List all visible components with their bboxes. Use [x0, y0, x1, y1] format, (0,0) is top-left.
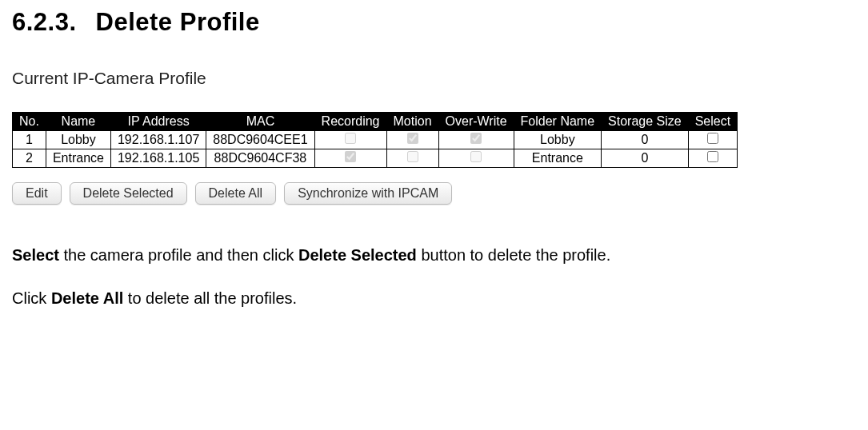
section-heading: 6.2.3.Delete Profile — [12, 8, 856, 37]
table-row: 2Entrance192.168.1.10588DC9604CF38Entran… — [13, 149, 738, 168]
recording-checkbox-cell — [314, 149, 386, 168]
col-overwrite: Over-Write — [438, 113, 514, 131]
cell-mac: 88DC9604CF38 — [206, 149, 314, 168]
instruction-2: Click Delete All to delete all the profi… — [12, 288, 856, 309]
col-folder: Folder Name — [514, 113, 601, 131]
cell-no: 2 — [13, 149, 46, 168]
col-ip: IP Address — [110, 113, 206, 131]
button-row: Edit Delete Selected Delete All Synchron… — [12, 182, 856, 205]
overwrite-checkbox — [470, 133, 482, 144]
col-name: Name — [46, 113, 110, 131]
cell-no: 1 — [13, 131, 46, 149]
profile-label: Current IP-Camera Profile — [12, 69, 856, 88]
col-select: Select — [688, 113, 737, 131]
instruction-2-t1: Click — [12, 289, 51, 307]
select-checkbox[interactable] — [707, 133, 718, 144]
motion-checkbox — [407, 133, 418, 144]
cell-storage: 0 — [602, 149, 689, 168]
cell-name: Lobby — [46, 131, 110, 149]
motion-checkbox — [407, 151, 418, 162]
select-checkbox[interactable] — [707, 151, 718, 162]
overwrite-checkbox-cell — [438, 131, 514, 149]
table-header-row: No. Name IP Address MAC Recording Motion… — [13, 113, 738, 131]
col-no: No. — [13, 113, 46, 131]
cell-storage: 0 — [602, 131, 689, 149]
instruction-1-b1: Select — [12, 246, 59, 264]
col-storage: Storage Size — [602, 113, 689, 131]
overwrite-checkbox — [470, 151, 482, 162]
select-checkbox-cell — [688, 149, 737, 168]
cell-folder: Lobby — [514, 131, 601, 149]
section-title: Delete Profile — [96, 8, 260, 36]
section-number: 6.2.3. — [12, 8, 77, 37]
delete-selected-button[interactable]: Delete Selected — [70, 182, 187, 205]
motion-checkbox-cell — [386, 149, 438, 168]
recording-checkbox — [345, 151, 356, 162]
recording-checkbox-cell — [314, 131, 386, 149]
cell-mac: 88DC9604CEE1 — [206, 131, 314, 149]
overwrite-checkbox-cell — [438, 149, 514, 168]
col-motion: Motion — [386, 113, 438, 131]
sync-button[interactable]: Synchronize with IPCAM — [284, 182, 452, 205]
instruction-1-b2: Delete Selected — [298, 246, 417, 264]
cell-ip: 192.168.1.105 — [110, 149, 206, 168]
select-checkbox-cell — [688, 131, 737, 149]
cell-ip: 192.168.1.107 — [110, 131, 206, 149]
profile-table: No. Name IP Address MAC Recording Motion… — [12, 112, 738, 168]
recording-checkbox — [345, 133, 356, 144]
instruction-1-t1: the camera profile and then click — [59, 246, 298, 264]
col-mac: MAC — [206, 113, 314, 131]
cell-name: Entrance — [46, 149, 110, 168]
table-row: 1Lobby192.168.1.10788DC9604CEE1Lobby0 — [13, 131, 738, 149]
instruction-2-t2: to delete all the profiles. — [123, 289, 297, 307]
instruction-1-t2: button to delete the profile. — [417, 246, 610, 264]
instruction-1: Select the camera profile and then click… — [12, 245, 856, 265]
delete-all-button[interactable]: Delete All — [195, 182, 277, 205]
edit-button[interactable]: Edit — [12, 182, 62, 205]
cell-folder: Entrance — [514, 149, 601, 168]
motion-checkbox-cell — [386, 131, 438, 149]
instruction-2-b1: Delete All — [51, 289, 123, 307]
col-recording: Recording — [314, 113, 386, 131]
